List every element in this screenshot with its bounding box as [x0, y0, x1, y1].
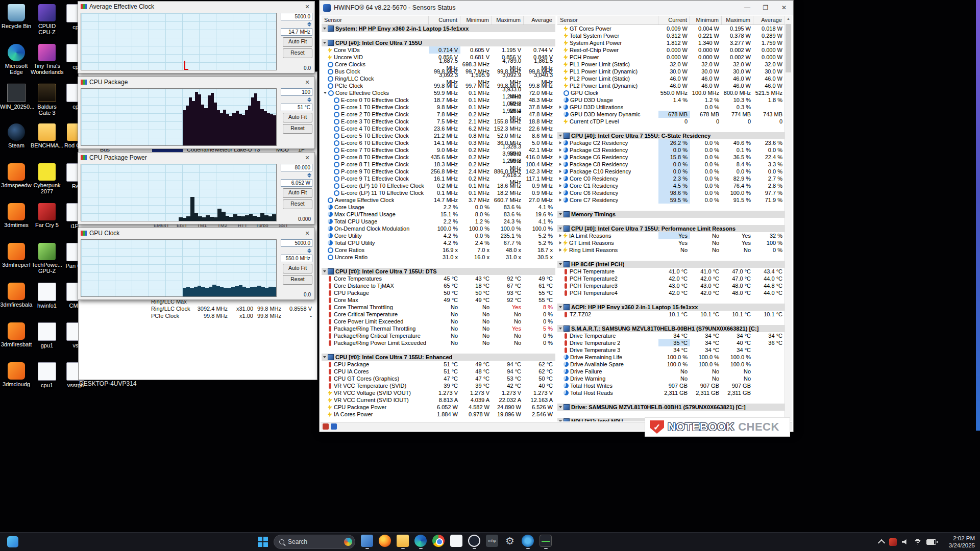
sensor-row[interactable]: Average Effective Clock14.7 MHz3.7 MHz66…	[322, 196, 555, 204]
sensor-row[interactable]: Rest-of-Chip Power0.000 W0.000 W0.002 W0…	[557, 46, 785, 54]
desktop-icon-cpuid-cpu-z[interactable]: CPUID CPU-Z	[31, 4, 63, 35]
sensor-row[interactable]: PCH Power0.000 W0.000 W0.002 W0.000 W	[557, 54, 785, 61]
sensor-section-header[interactable]: CPU [#0]: Intel Core Ultra 7 155U: DTS	[322, 268, 555, 275]
sensor-section-header[interactable]: HP 8C4F (Intel PCH)	[557, 261, 785, 268]
chevron-down-icon[interactable]	[324, 92, 327, 94]
sensor-row[interactable]: Total Host Writes907 GB907 GB907 GB	[557, 382, 785, 389]
sensor-row[interactable]: E-core 4 T0 Effective Clock23.6 MHz6.2 M…	[322, 125, 555, 132]
chevron-right-icon[interactable]	[559, 170, 561, 173]
sensor-row[interactable]: Drive Available Spare100.0 %100.0 %100.0…	[557, 361, 785, 368]
sensor-row[interactable]: Package C10 Residency0.0 %0.0 %0.0 %0.0 …	[557, 168, 785, 175]
spinner-icon[interactable]	[307, 173, 311, 178]
desktop-icon-recycle-bin[interactable]: Recycle Bin	[0, 4, 33, 29]
sensor-row[interactable]: Package C3 Residency0.0 %0.0 %0.1 %0.0 %	[557, 146, 785, 154]
sensor-row[interactable]: Core Thermal ThrottlingNoNoYes8 %	[322, 304, 555, 311]
sensor-row[interactable]: GPU Clock550.0 MHz100.0 MHz800.0 MHz521.…	[557, 89, 785, 96]
sensor-row[interactable]: Total System Power0.312 W0.221 W0.378 W0…	[557, 32, 785, 39]
sensor-row[interactable]: CPU Package51 °C49 °C94 °C62 °C	[322, 361, 555, 368]
sensor-row[interactable]: Package/Ring Power Limit ExceededNoNoNo0…	[322, 339, 555, 346]
chevron-down-icon[interactable]	[559, 213, 562, 215]
chevron-down-icon[interactable]	[559, 406, 562, 408]
chevron-right-icon[interactable]	[559, 141, 561, 144]
graph-titlebar[interactable]: GPU Clock✕	[78, 228, 314, 238]
taskbar-app-monitor[interactable]	[540, 535, 552, 549]
sensor-row[interactable]: Core C7 Residency59.5 %0.0 %91.5 %71.9 %	[557, 196, 785, 204]
chevron-right-icon[interactable]	[559, 106, 561, 109]
sensor-row[interactable]: Uncore Ratio31.0 x16.0 x31.0 x30.5 x	[322, 254, 555, 261]
sensor-row[interactable]: Package/Ring Thermal ThrottlingNoNoYes5 …	[322, 325, 555, 332]
chevron-down-icon[interactable]	[323, 356, 326, 358]
chevron-right-icon[interactable]	[559, 163, 561, 166]
sensor-row[interactable]: VR VCC Voltage (SVID VOUT)1.273 V1.273 V…	[322, 389, 555, 396]
sensor-section-header[interactable]: Memory Timings	[557, 211, 785, 218]
desktop-icon-gpu1[interactable]: gpu1	[31, 322, 63, 348]
sensor-row[interactable]: System Agent Power1.812 W1.340 W3.277 W1…	[557, 39, 785, 46]
desktop-icon-microsoft-edge[interactable]: Microsoft Edge	[0, 44, 33, 75]
sensor-row[interactable]: PL2 Power Limit (Static)46.0 W46.0 W46.0…	[557, 75, 785, 82]
spinner-icon[interactable]	[307, 97, 311, 102]
taskbar-app-chrome[interactable]	[432, 535, 445, 549]
sensor-row[interactable]: Core Max49 °C49 °C92 °C55 °C	[322, 296, 555, 304]
scroll-up-icon[interactable]: ▲	[785, 16, 792, 22]
sensor-row[interactable]: Package C2 Residency26.2 %0.0 %49.6 %23.…	[557, 139, 785, 146]
sensor-row[interactable]: GPU D3D Memory Dynamic678 MB678 MB774 MB…	[557, 111, 785, 118]
sensor-row[interactable]: GPU D3D Usage1.4 %1.2 %10.3 %1.8 %	[557, 96, 785, 104]
spinner-icon[interactable]	[307, 22, 311, 27]
sensor-row[interactable]: CPU Package50 °C50 °C93 °C55 °C	[322, 289, 555, 296]
chevron-down-icon[interactable]	[559, 263, 562, 265]
close-icon[interactable]: ✕	[303, 230, 312, 237]
sensor-row[interactable]: PCH Temperature442.0 °C42.0 °C48.0 °C44.…	[557, 289, 785, 296]
sensor-row[interactable]: Total CPU Usage2.2 %1.2 %24.3 %4.1 %	[322, 218, 555, 225]
sensor-row[interactable]: E-core 2 T0 Effective Clock7.8 MHz0.2 MH…	[322, 111, 555, 118]
sensor-row[interactable]: Drive Temperature 235 °C34 °C40 °C36 °C	[557, 339, 785, 346]
toolbar-icon[interactable]	[323, 423, 329, 430]
auto-fit-button[interactable]: Auto Fit	[283, 113, 312, 122]
chevron-down-icon[interactable]	[559, 420, 562, 421]
sensor-row[interactable]: Drive WarningNoNoNo	[557, 375, 785, 382]
spin-down-icon[interactable]	[307, 24, 311, 27]
sensor-row[interactable]: E-core (LP) 10 T0 Effective Clock0.2 MHz…	[322, 182, 555, 189]
sensor-row[interactable]: PL2 Power Limit (Dynamic)46.0 W46.0 W46.…	[557, 82, 785, 89]
sensor-section-header[interactable]: Drive: SAMSUNG MZVL81T0HELB-00BH1 (S79UN…	[557, 404, 785, 411]
desktop-icon-cyberpunk-2077[interactable]: Cyberpunk 2077	[31, 163, 63, 194]
desktop-icon-3dmtimes[interactable]: 3dmtimes	[0, 203, 33, 228]
minimize-button[interactable]: —	[738, 1, 756, 15]
graph-max-value[interactable]: 80.000	[281, 164, 312, 171]
desktop-icon-steam[interactable]: Steam	[0, 123, 33, 148]
sensor-row[interactable]: Drive Temperature 334 °C34 °C34 °C	[557, 346, 785, 354]
sensor-row[interactable]: GPU D3D Utilizations0.0 %0.3 %	[557, 104, 785, 111]
chevron-down-icon[interactable]	[559, 328, 562, 330]
desktop-icon-3dmfireperf[interactable]: 3dmfireperf	[0, 243, 33, 268]
taskbar-app-edge[interactable]	[414, 535, 427, 549]
sensor-row[interactable]: Package C6 Residency15.8 %0.0 %36.5 %22.…	[557, 154, 785, 161]
graph-current-value[interactable]: 14.7 MHz	[281, 28, 312, 36]
graph-max-value[interactable]: 100	[281, 88, 312, 96]
sensor-row[interactable]: Core C6 Residency98.6 %0.0 %100.0 %97.7 …	[557, 189, 785, 196]
scroll-thumb[interactable]	[786, 24, 791, 72]
scrollbar[interactable]: ▲ ▼	[785, 16, 792, 421]
sensor-row[interactable]: TZ.TZ0210.1 °C10.1 °C10.1 °C10.1 °C	[557, 311, 785, 318]
sensor-section-header[interactable]: CPU [#0]: Intel Core Ultra 7 155U: C-Sta…	[557, 132, 785, 139]
sensor-section-header[interactable]: System: HP HP Envy x360 2-in-1 Laptop 15…	[322, 25, 555, 32]
sensor-row[interactable]: Drive Temperature34 °C34 °C34 °C34 °C	[557, 332, 785, 339]
taskbar-app-obs[interactable]	[468, 535, 480, 549]
sensor-row[interactable]: Core VIDs0.714 V0.605 V1.195 V0.744 V	[322, 46, 555, 54]
sensor-row[interactable]: On-Demand Clock Modulation100.0 %100.0 %…	[322, 225, 555, 232]
desktop-icon-benchma-[interactable]: BENCHMA...	[31, 123, 63, 148]
column-header-current[interactable]: Current	[658, 16, 690, 24]
desktop-icon-hwinfo1[interactable]: hwinfo1	[31, 283, 63, 309]
sensor-row[interactable]: Core Ratios16.9 x7.0 x48.0 x18.7 x	[322, 246, 555, 254]
sensor-row[interactable]: Core C0 Residency2.3 %0.0 %82.9 %2.7 %	[557, 175, 785, 182]
column-header-minimum[interactable]: Minimum	[460, 16, 492, 24]
desktop-icon-3dmcloudg[interactable]: 3dmcloudg	[0, 362, 33, 387]
widgets-icon[interactable]	[7, 536, 18, 547]
chevron-right-icon[interactable]	[559, 184, 561, 187]
reset-button[interactable]: Reset	[283, 275, 312, 285]
sensor-row[interactable]: Core Clocks1,687.5 MHz698.3 MHz4,789.0 M…	[322, 61, 555, 68]
chevron-right-icon[interactable]	[559, 241, 561, 244]
desktop-icon-3dmfiresbatt[interactable]: 3dmfiresbatt	[0, 322, 33, 347]
taskbar-clock[interactable]: 2:02 PM 3/24/2025	[949, 535, 975, 549]
sensor-section-header[interactable]: CPU [#0]: Intel Core Ultra 7 155U: Perfo…	[557, 225, 785, 232]
sensor-row[interactable]: Core Temperatures45 °C43 °C92 °C49 °C	[322, 275, 555, 282]
sensor-row[interactable]: PCH Temperature41.0 °C41.0 °C47.0 °C43.4…	[557, 268, 785, 275]
